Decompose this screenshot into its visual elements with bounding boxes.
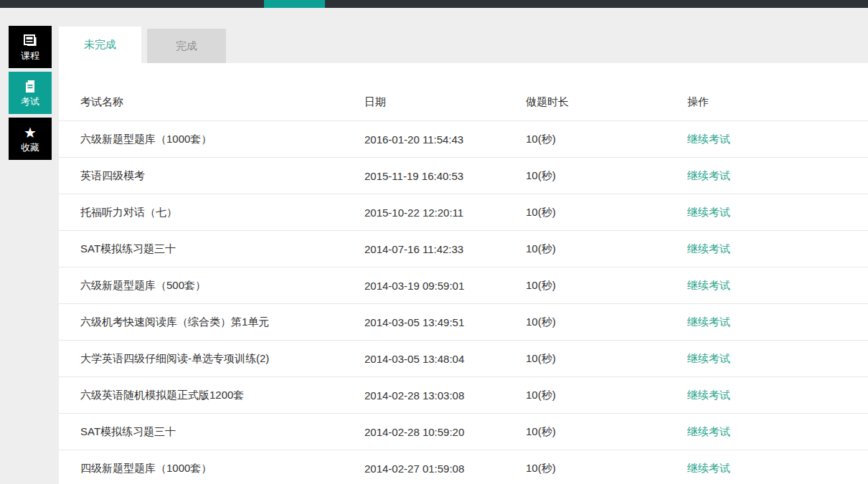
exam-name-cell: 六级机考快速阅读库（综合类）第1单元 <box>80 315 364 329</box>
tab-label: 完成 <box>176 39 197 53</box>
exam-list-panel: 考试名称 日期 做题时长 操作 六级新题型题库（1000套） 2016-01-2… <box>59 63 868 484</box>
tab[interactable]: 未完成 <box>59 27 141 63</box>
exam-name-cell: 托福听力对话（七） <box>80 206 364 219</box>
date-cell: 2015-11-19 16:40:53 <box>364 170 526 182</box>
sidebar-item[interactable]: 课程 <box>9 26 52 68</box>
continue-exam-link[interactable]: 继续考试 <box>687 315 730 328</box>
continue-exam-link[interactable]: 继续考试 <box>687 425 730 437</box>
table-row: 托福听力对话（七） 2015-10-22 12:20:11 10(秒) 继续考试 <box>59 194 868 230</box>
top-bar-active-indicator <box>264 0 325 8</box>
duration-cell: 10(秒) <box>526 462 687 475</box>
continue-exam-link[interactable]: 继续考试 <box>687 279 730 291</box>
duration-cell: 10(秒) <box>526 169 687 183</box>
exam-file-icon <box>24 80 36 94</box>
date-cell: 2014-03-05 13:48:04 <box>364 353 526 365</box>
table-row: 四级新题型题库（1000套） 2014-02-27 01:59:08 10(秒)… <box>59 450 868 484</box>
table-row: 六级英语随机模拟题正式版1200套 2014-02-28 13:03:08 10… <box>59 376 868 413</box>
exam-name-cell: 六级新题型题库（500套） <box>80 279 364 293</box>
exam-name-cell: SAT模拟练习题三十 <box>80 242 364 256</box>
exam-name-cell: 四级新题型题库（1000套） <box>80 462 364 475</box>
continue-exam-link[interactable]: 继续考试 <box>687 133 730 145</box>
top-bar <box>0 0 868 8</box>
duration-cell: 10(秒) <box>526 389 687 402</box>
date-cell: 2014-07-16 11:42:33 <box>364 243 526 255</box>
duration-cell: 10(秒) <box>526 425 687 439</box>
duration-cell: 10(秒) <box>526 133 687 146</box>
exam-name-cell: 六级英语随机模拟题正式版1200套 <box>80 389 364 402</box>
date-cell: 2014-03-19 09:59:01 <box>364 280 526 292</box>
table-row: 六级机考快速阅读库（综合类）第1单元 2014-03-05 13:49:51 1… <box>59 303 868 340</box>
continue-exam-link[interactable]: 继续考试 <box>687 389 730 401</box>
exam-name-cell: 英语四级模考 <box>80 169 364 183</box>
duration-cell: 10(秒) <box>526 279 687 293</box>
duration-cell: 10(秒) <box>526 242 687 256</box>
tab[interactable]: 完成 <box>147 29 226 63</box>
date-cell: 2014-02-28 10:59:20 <box>364 426 526 438</box>
sidebar-item-label: 课程 <box>21 50 39 61</box>
header-date: 日期 <box>364 95 526 109</box>
continue-exam-link[interactable]: 继续考试 <box>687 206 730 218</box>
continue-exam-link[interactable]: 继续考试 <box>687 462 730 474</box>
sidebar-item[interactable]: 考试 <box>9 72 52 114</box>
sidebar-item[interactable]: ★ 收藏 <box>9 118 52 160</box>
date-cell: 2014-03-05 13:49:51 <box>364 316 526 328</box>
exam-name-cell: 大学英语四级仔细阅读-单选专项训练(2) <box>80 352 364 366</box>
exam-name-cell: 六级新题型题库（1000套） <box>80 133 364 146</box>
tab-label: 未完成 <box>84 38 116 52</box>
table-row: 六级新题型题库（1000套） 2016-01-20 11:54:43 10(秒)… <box>59 120 868 157</box>
table-header-row: 考试名称 日期 做题时长 操作 <box>59 63 868 120</box>
sidebar-item-label: 考试 <box>21 96 39 107</box>
header-action: 操作 <box>687 95 868 109</box>
sidebar: 课程 考试 ★ 收藏 <box>9 26 52 160</box>
table-row: SAT模拟练习题三十 2014-07-16 11:42:33 10(秒) 继续考… <box>59 230 868 267</box>
duration-cell: 10(秒) <box>526 206 687 219</box>
continue-exam-link[interactable]: 继续考试 <box>687 352 730 364</box>
table-row: 英语四级模考 2015-11-19 16:40:53 10(秒) 继续考试 <box>59 157 868 194</box>
table-row: 大学英语四级仔细阅读-单选专项训练(2) 2014-03-05 13:48:04… <box>59 340 868 376</box>
duration-cell: 10(秒) <box>526 315 687 329</box>
date-cell: 2014-02-28 13:03:08 <box>364 389 526 402</box>
table-row: 六级新题型题库（500套） 2014-03-19 09:59:01 10(秒) … <box>59 267 868 303</box>
star-icon: ★ <box>24 125 37 140</box>
table-row: SAT模拟练习题三十 2014-02-28 10:59:20 10(秒) 继续考… <box>59 413 868 450</box>
date-cell: 2014-02-27 01:59:08 <box>364 462 526 475</box>
header-exam-name: 考试名称 <box>80 95 364 109</box>
continue-exam-link[interactable]: 继续考试 <box>687 169 730 181</box>
duration-cell: 10(秒) <box>526 352 687 366</box>
table-body: 六级新题型题库（1000套） 2016-01-20 11:54:43 10(秒)… <box>59 120 868 484</box>
sidebar-item-label: 收藏 <box>21 142 39 153</box>
journal-icon <box>23 34 37 48</box>
continue-exam-link[interactable]: 继续考试 <box>687 242 730 255</box>
exam-name-cell: SAT模拟练习题三十 <box>80 425 364 439</box>
date-cell: 2016-01-20 11:54:43 <box>364 133 526 146</box>
date-cell: 2015-10-22 12:20:11 <box>364 207 526 219</box>
header-duration: 做题时长 <box>526 95 687 109</box>
tab-bar: 未完成 完成 <box>59 27 226 63</box>
